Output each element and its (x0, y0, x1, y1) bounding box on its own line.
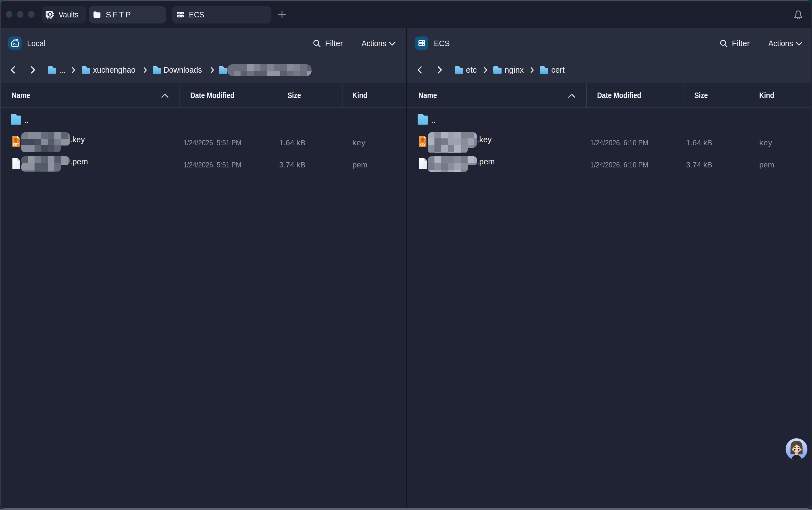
svg-text:KEY: KEY (13, 143, 19, 146)
svg-text:KEY: KEY (419, 143, 426, 146)
